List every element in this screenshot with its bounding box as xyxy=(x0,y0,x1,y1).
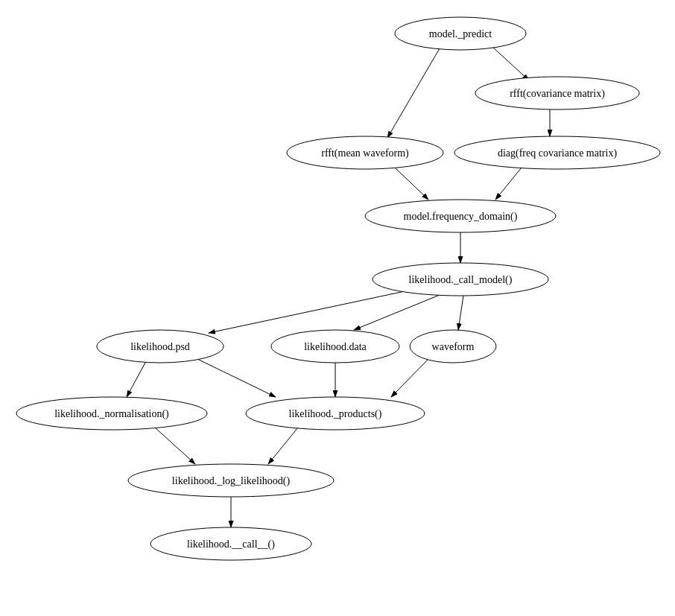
node-likelihood-call-model: likelihood._call_model() xyxy=(373,263,548,296)
node-waveform: waveform xyxy=(410,330,496,363)
node-diag-freq-label: diag(freq covariance matrix) xyxy=(498,147,617,159)
node-likelihood-norm: likelihood._normalisation() xyxy=(16,397,207,430)
node-rfft-cov-label: rfft(covariance matrix) xyxy=(510,88,605,100)
node-model-freq: model.frequency_domain() xyxy=(365,200,556,232)
edge-likelihood-call-model-to-likelihood-data xyxy=(354,295,440,330)
graph-svg: model._predict rfft(covariance matrix) r… xyxy=(0,0,675,616)
node-waveform-label: waveform xyxy=(432,341,475,352)
edge-model-predict-to-rfft-mean xyxy=(387,48,440,138)
node-likelihood-data: likelihood.data xyxy=(271,330,399,363)
edge-model-predict-to-rfft-cov xyxy=(492,46,529,80)
node-model-predict-label: model._predict xyxy=(429,28,492,39)
node-likelihood-data-label: likelihood.data xyxy=(304,341,367,352)
node-likelihood-norm-label: likelihood._normalisation() xyxy=(54,408,169,420)
edge-likelihood-psd-to-likelihood-products xyxy=(197,359,276,397)
graph-container: model._predict rfft(covariance matrix) r… xyxy=(0,0,675,616)
node-likelihood-call: likelihood.__call__() xyxy=(150,527,311,560)
node-rfft-mean: rfft(mean waveform) xyxy=(287,136,443,169)
node-diag-freq: diag(freq covariance matrix) xyxy=(454,136,660,169)
node-rfft-cov: rfft(covariance matrix) xyxy=(475,77,639,109)
node-likelihood-call-model-label: likelihood._call_model() xyxy=(409,274,513,286)
edge-likelihood-call-model-to-likelihood-psd xyxy=(209,290,408,333)
edge-rfft-mean-to-model-freq xyxy=(395,168,428,200)
edge-waveform-to-likelihood-products xyxy=(391,359,428,397)
edge-diag-freq-to-model-freq xyxy=(495,168,522,200)
node-likelihood-psd-label: likelihood.psd xyxy=(130,341,190,352)
edge-likelihood-products-to-likelihood-log xyxy=(268,428,298,464)
node-likelihood-log-label: likelihood._log_likelihood() xyxy=(172,475,291,487)
edge-likelihood-norm-to-likelihood-log xyxy=(155,428,195,464)
node-model-predict: model._predict xyxy=(395,17,526,50)
node-model-freq-label: model.frequency_domain() xyxy=(404,211,518,223)
node-likelihood-call-label: likelihood.__call__() xyxy=(187,539,275,550)
edge-likelihood-call-model-to-waveform xyxy=(458,296,463,330)
edge-likelihood-psd-to-likelihood-norm xyxy=(127,361,146,397)
node-likelihood-psd: likelihood.psd xyxy=(97,330,224,363)
node-likelihood-products-label: likelihood._products() xyxy=(289,408,382,420)
node-rfft-mean-label: rfft(mean waveform) xyxy=(321,147,409,159)
node-likelihood-log: likelihood._log_likelihood() xyxy=(128,464,334,497)
node-likelihood-products: likelihood._products() xyxy=(246,397,425,430)
